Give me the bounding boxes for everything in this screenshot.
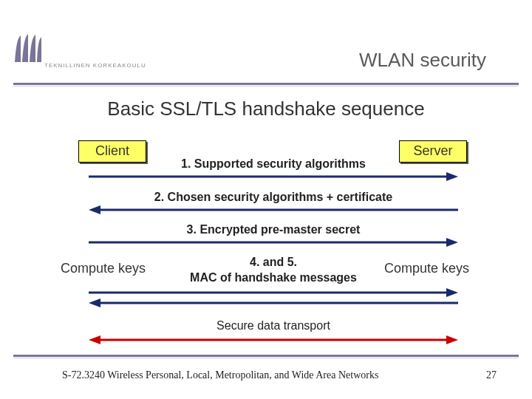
msg-4-5-a: 4. and 5. xyxy=(89,256,458,269)
svg-marker-11 xyxy=(89,335,100,344)
page-title: WLAN security xyxy=(359,49,486,72)
page-number: 27 xyxy=(486,369,497,381)
svg-marker-12 xyxy=(446,335,458,344)
msg-4-5-b: MAC of handshake messages xyxy=(89,271,458,284)
org-logo xyxy=(13,33,43,64)
svg-marker-3 xyxy=(89,205,100,214)
arrow-both-icon xyxy=(89,334,458,346)
svg-marker-5 xyxy=(446,238,458,247)
divider xyxy=(13,83,519,85)
slide-heading: Basic SSL/TLS handshake sequence xyxy=(0,98,532,120)
arrow-left-icon xyxy=(89,298,458,308)
arrow-right-icon xyxy=(89,287,458,298)
msg-2: 2. Chosen security algorithms + certific… xyxy=(89,191,458,204)
svg-marker-7 xyxy=(446,288,458,297)
org-name: TEKNILLINEN KORKEAKOULU xyxy=(44,62,146,69)
arrow-left-icon xyxy=(89,205,458,215)
msg-1: 1. Supported security algorithms xyxy=(89,157,458,171)
svg-marker-1 xyxy=(446,172,458,181)
svg-marker-9 xyxy=(89,299,100,307)
arrow-right-icon xyxy=(89,237,458,248)
arrow-right-icon xyxy=(89,171,458,182)
divider xyxy=(13,358,519,358)
msg-3: 3. Encrypted pre-master secret xyxy=(89,223,458,236)
divider xyxy=(13,86,519,86)
divider xyxy=(13,355,519,357)
msg-secure: Secure data transport xyxy=(89,319,458,332)
footer-course: S-72.3240 Wireless Personal, Local, Metr… xyxy=(62,369,378,381)
